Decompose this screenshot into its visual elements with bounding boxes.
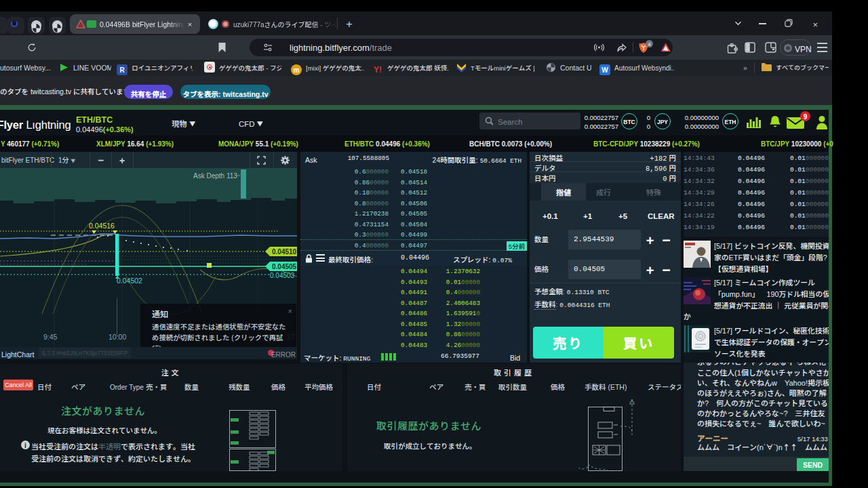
svg-text:0.04510: 0.04510 (272, 246, 297, 256)
svg-text:0.04502: 0.04502 (117, 275, 142, 285)
svg-text:0.04516: 0.04516 (89, 220, 115, 230)
svg-text:0.04503: 0.04503 (270, 270, 295, 280)
svg-text:10:00: 10:00 (108, 331, 126, 342)
svg-text:9:45: 9:45 (43, 331, 58, 342)
svg-text:Ask Depth 113: Ask Depth 113 (193, 170, 237, 180)
